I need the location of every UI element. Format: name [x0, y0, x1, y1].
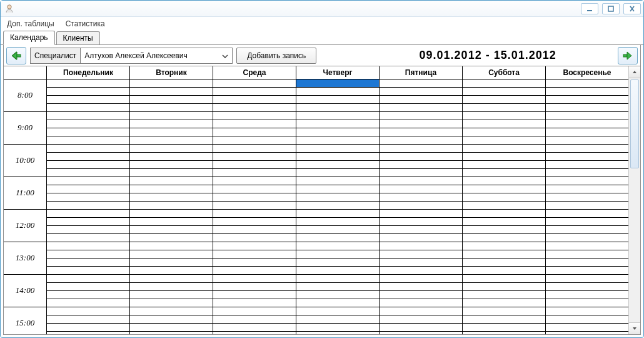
calendar-cell[interactable] [463, 202, 546, 209]
calendar-cell[interactable] [463, 193, 546, 201]
calendar-cell[interactable] [380, 299, 463, 307]
calendar-cell[interactable] [463, 177, 546, 185]
calendar-cell[interactable] [213, 315, 296, 323]
calendar-cell[interactable] [546, 259, 628, 266]
tab-clients[interactable]: Клиенты [56, 31, 100, 44]
tab-calendar[interactable]: Календарь [3, 31, 55, 45]
calendar-cell[interactable] [546, 128, 628, 136]
calendar-cell[interactable] [213, 218, 296, 225]
calendar-cell[interactable] [213, 145, 296, 152]
calendar-cell[interactable] [546, 88, 628, 95]
calendar-cell[interactable] [546, 185, 628, 193]
calendar-cell[interactable] [546, 202, 628, 209]
calendar-cell[interactable] [380, 193, 463, 201]
calendar-cell[interactable] [296, 153, 380, 160]
calendar-cell[interactable] [296, 299, 380, 307]
calendar-cell[interactable] [296, 259, 380, 266]
calendar-cell[interactable] [546, 250, 628, 258]
calendar-cell[interactable] [546, 242, 628, 250]
calendar-cell[interactable] [296, 291, 380, 299]
calendar-cell[interactable] [130, 185, 213, 193]
calendar-cell[interactable] [130, 332, 213, 334]
calendar-cell[interactable] [546, 79, 628, 87]
calendar-cell[interactable] [130, 218, 213, 225]
calendar-cell[interactable] [130, 242, 213, 250]
calendar-cell[interactable] [213, 202, 296, 209]
calendar-cell[interactable] [47, 307, 130, 315]
calendar-cell[interactable] [463, 299, 546, 307]
calendar-cell[interactable] [47, 153, 130, 160]
calendar-cell[interactable] [296, 283, 380, 290]
calendar-cell[interactable] [213, 332, 296, 334]
calendar-cell[interactable] [213, 177, 296, 185]
scroll-down-button[interactable] [629, 322, 640, 334]
calendar-cell[interactable] [130, 128, 213, 136]
calendar-cell[interactable] [296, 136, 380, 144]
calendar-cell[interactable] [380, 128, 463, 136]
add-record-button[interactable]: Добавить запись [236, 48, 316, 64]
calendar-cell[interactable] [296, 315, 380, 323]
calendar-cell[interactable] [47, 120, 130, 128]
calendar-cell[interactable] [213, 153, 296, 160]
calendar-cell[interactable] [463, 120, 546, 128]
calendar-cell[interactable] [463, 210, 546, 217]
calendar-cell[interactable] [463, 324, 546, 331]
calendar-cell[interactable] [296, 88, 380, 95]
calendar-cell[interactable] [546, 120, 628, 128]
calendar-cell[interactable] [380, 226, 463, 233]
calendar-cell[interactable] [47, 250, 130, 258]
calendar-cell[interactable] [546, 226, 628, 233]
calendar-cell[interactable] [296, 177, 380, 185]
calendar-cell[interactable] [546, 136, 628, 144]
calendar-cell[interactable] [213, 88, 296, 95]
calendar-cell[interactable] [296, 104, 380, 111]
calendar-cell[interactable] [130, 210, 213, 217]
calendar-cell[interactable] [296, 185, 380, 193]
calendar-cell[interactable] [380, 120, 463, 128]
scroll-track[interactable] [629, 78, 640, 334]
calendar-cell[interactable] [380, 104, 463, 111]
calendar-cell[interactable] [546, 275, 628, 282]
calendar-cell[interactable] [463, 283, 546, 290]
calendar-cell[interactable] [546, 177, 628, 185]
calendar-cell[interactable] [296, 332, 380, 334]
calendar-cell[interactable] [130, 153, 213, 160]
calendar-cell[interactable] [463, 153, 546, 160]
calendar-cell[interactable] [546, 299, 628, 307]
calendar-cell[interactable] [130, 283, 213, 290]
calendar-cell[interactable] [130, 136, 213, 144]
calendar-cell[interactable] [213, 267, 296, 274]
calendar-cell[interactable] [463, 234, 546, 242]
calendar-cell[interactable] [463, 128, 546, 136]
calendar-cell[interactable] [463, 259, 546, 266]
calendar-cell[interactable] [296, 120, 380, 128]
calendar-cell[interactable] [380, 153, 463, 160]
calendar-cell[interactable] [130, 202, 213, 209]
calendar-cell[interactable] [380, 145, 463, 152]
calendar-cell[interactable] [213, 193, 296, 201]
calendar-cell[interactable] [296, 169, 380, 177]
calendar-cell[interactable] [213, 120, 296, 128]
calendar-cell[interactable] [546, 169, 628, 177]
calendar-cell[interactable] [463, 315, 546, 323]
calendar-cell[interactable] [296, 275, 380, 282]
calendar-cell[interactable] [296, 307, 380, 315]
calendar-cell[interactable] [380, 259, 463, 266]
calendar-cell[interactable] [546, 307, 628, 315]
calendar-cell[interactable] [213, 250, 296, 258]
calendar-cell[interactable] [47, 161, 130, 168]
calendar-cell[interactable] [463, 267, 546, 274]
calendar-cell[interactable] [213, 185, 296, 193]
calendar-cell[interactable] [463, 185, 546, 193]
calendar-cell[interactable] [380, 96, 463, 103]
calendar-cell[interactable] [463, 79, 546, 87]
calendar-cell[interactable] [213, 161, 296, 168]
calendar-cell[interactable] [47, 291, 130, 299]
calendar-cell[interactable] [47, 112, 130, 120]
calendar-cell[interactable] [296, 267, 380, 274]
calendar-cell[interactable] [47, 193, 130, 201]
calendar-cell[interactable] [47, 226, 130, 233]
calendar-cell[interactable] [546, 267, 628, 274]
calendar-cell[interactable] [130, 250, 213, 258]
calendar-cell[interactable] [296, 161, 380, 168]
